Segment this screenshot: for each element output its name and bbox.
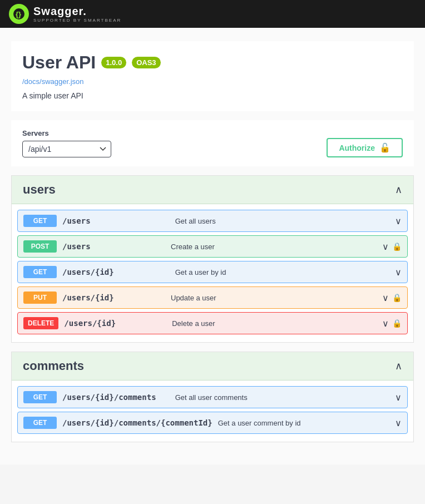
lock-icon: 🔒 (392, 293, 402, 302)
endpoint-right: ∨ 🔒 (382, 318, 402, 329)
method-badge-get: GET (23, 215, 57, 227)
api-title-row: User API 1.0.0 OAS3 (22, 52, 403, 73)
chevron-down-icon: ∨ (382, 241, 389, 252)
endpoint-path: /users/{id} (62, 293, 165, 302)
endpoint-right: ∨ 🔒 (382, 241, 402, 252)
endpoint-post-users[interactable]: POST /users Create a user ∨ 🔒 (17, 235, 408, 258)
users-group-header[interactable]: users ∧ (12, 176, 413, 204)
main-content: User API 1.0.0 OAS3 /docs/swagger.json A… (0, 28, 425, 465)
endpoint-desc: Get a user by id (175, 268, 389, 276)
users-group: users ∧ GET /users Get all users ∨ POST … (11, 175, 414, 343)
lock-icon: 🔒 (392, 242, 402, 251)
endpoint-get-comments[interactable]: GET /users/{id}/comments Get all user co… (17, 386, 408, 408)
chevron-down-icon: ∨ (395, 267, 402, 278)
swagger-subtitle: Supported by SMARTBEAR (33, 18, 121, 23)
method-badge-delete: DELETE (23, 317, 58, 329)
endpoint-path: /users (62, 216, 170, 225)
endpoint-right: ∨ (395, 267, 402, 278)
method-badge-get: GET (23, 266, 57, 278)
chevron-down-icon: ∨ (382, 293, 389, 303)
comments-group-header[interactable]: comments ∧ (12, 352, 413, 381)
servers-section: Servers /api/v1 Authorize 🔓 (11, 120, 414, 166)
endpoint-desc: Create a user (171, 243, 377, 251)
swagger-icon: {} (9, 4, 29, 24)
users-endpoints-list: GET /users Get all users ∨ POST /users C… (12, 204, 413, 342)
method-badge-get: GET (23, 417, 57, 429)
endpoint-desc: Get a user comment by id (218, 419, 389, 427)
server-select-wrapper: Servers /api/v1 (22, 129, 111, 157)
swagger-logo: {} Swagger. Supported by SMARTBEAR (9, 4, 121, 24)
app-header: {} Swagger. Supported by SMARTBEAR (0, 0, 425, 28)
swagger-title: Swagger. (33, 5, 121, 18)
oas-badge: OAS3 (132, 57, 160, 68)
endpoint-desc: Get all user comments (175, 393, 389, 402)
endpoint-put-users-id[interactable]: PUT /users/{id} Update a user ∨ 🔒 (17, 286, 408, 309)
endpoint-path: /users/{id}/comments (62, 393, 170, 402)
lock-icon: 🔓 (379, 142, 391, 153)
endpoint-delete-users-id[interactable]: DELETE /users/{id} Delete a user ∨ 🔒 (17, 312, 408, 334)
endpoint-get-users-id[interactable]: GET /users/{id} Get a user by id ∨ (17, 261, 408, 283)
users-collapse-icon: ∧ (395, 184, 402, 196)
endpoint-get-users[interactable]: GET /users Get all users ∨ (17, 210, 408, 232)
api-description: A simple user API (22, 91, 403, 100)
chevron-down-icon: ∨ (395, 418, 402, 428)
endpoint-path: /users (62, 242, 165, 251)
swagger-branding: Swagger. Supported by SMARTBEAR (33, 5, 121, 23)
endpoint-desc: Update a user (171, 294, 377, 302)
version-badge: 1.0.0 (101, 57, 126, 68)
authorize-button[interactable]: Authorize 🔓 (327, 138, 403, 157)
method-badge-get: GET (23, 391, 57, 403)
method-badge-put: PUT (23, 291, 57, 304)
endpoint-path: /users/{id} (64, 319, 166, 328)
endpoint-get-comment-by-id[interactable]: GET /users/{id}/comments/{commentId} Get… (17, 412, 408, 434)
svg-text:{}: {} (16, 10, 21, 18)
api-docs-link[interactable]: /docs/swagger.json (22, 77, 403, 86)
chevron-down-icon: ∨ (395, 392, 402, 403)
endpoint-right: ∨ (395, 418, 402, 428)
comments-group-title: comments (23, 359, 84, 373)
lock-icon: 🔒 (392, 319, 402, 328)
endpoint-right: ∨ 🔒 (382, 293, 402, 303)
api-title: User API (22, 52, 96, 73)
chevron-down-icon: ∨ (382, 318, 389, 329)
authorize-label: Authorize (339, 144, 375, 152)
endpoint-right: ∨ (395, 392, 402, 403)
chevron-down-icon: ∨ (395, 216, 402, 226)
endpoint-right: ∨ (395, 216, 402, 226)
endpoint-path: /users/{id} (62, 268, 170, 276)
endpoint-path: /users/{id}/comments/{commentId} (62, 418, 212, 427)
users-group-title: users (23, 182, 56, 197)
server-select[interactable]: /api/v1 (22, 141, 111, 157)
servers-label: Servers (22, 129, 111, 137)
endpoint-desc: Delete a user (172, 319, 377, 328)
comments-group: comments ∧ GET /users/{id}/comments Get … (11, 352, 414, 442)
method-badge-post: POST (23, 240, 57, 253)
comments-endpoints-list: GET /users/{id}/comments Get all user co… (12, 381, 413, 442)
api-info-section: User API 1.0.0 OAS3 /docs/swagger.json A… (11, 41, 414, 111)
endpoint-desc: Get all users (175, 217, 389, 225)
comments-collapse-icon: ∧ (395, 360, 402, 372)
